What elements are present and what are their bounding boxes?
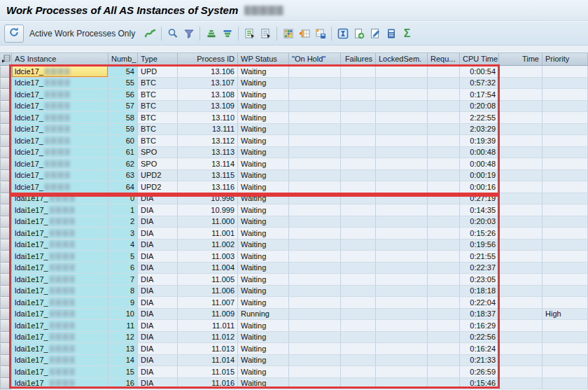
cell-on-hold[interactable] bbox=[289, 309, 341, 321]
cell-type[interactable]: BTC bbox=[138, 124, 178, 136]
cell-numb[interactable]: 57 bbox=[108, 101, 138, 113]
cell-process-id[interactable]: 13.109 bbox=[178, 101, 238, 113]
cell-cpu-time[interactable]: 0:22:37 bbox=[460, 263, 499, 274]
cell-numb[interactable]: 62 bbox=[108, 158, 138, 170]
cell-time[interactable] bbox=[499, 366, 542, 378]
cell-as-instance[interactable]: ldai1e17_ bbox=[12, 366, 108, 378]
cell-type[interactable]: DIA bbox=[138, 366, 178, 378]
save-layout-icon[interactable] bbox=[312, 26, 328, 41]
cell-time[interactable] bbox=[499, 320, 542, 332]
cell-process-id[interactable]: 11.013 bbox=[178, 343, 238, 355]
cell-wp-status[interactable]: Waiting bbox=[238, 274, 289, 286]
cell-requ[interactable] bbox=[428, 251, 460, 263]
column-header-failures[interactable]: Failures bbox=[341, 53, 376, 65]
cell-cpu-time[interactable]: 0:00:19 bbox=[460, 170, 499, 182]
row-selector[interactable] bbox=[0, 228, 12, 239]
cell-cpu-time[interactable]: 0:21:55 bbox=[460, 251, 499, 263]
cell-failures[interactable] bbox=[341, 135, 376, 147]
cell-as-instance[interactable]: ldcie17_ bbox=[12, 170, 108, 182]
cell-as-instance[interactable]: ldcie17_ bbox=[12, 78, 108, 90]
cell-failures[interactable] bbox=[341, 251, 376, 263]
cell-wp-status[interactable]: Waiting bbox=[238, 343, 289, 355]
cell-requ[interactable] bbox=[428, 239, 460, 251]
column-header-process-id[interactable]: Process ID bbox=[178, 53, 238, 65]
row-selector[interactable] bbox=[0, 251, 12, 263]
cell-process-id[interactable]: 13.106 bbox=[178, 66, 238, 78]
cell-process-id[interactable]: 13.115 bbox=[178, 170, 238, 182]
cell-requ[interactable] bbox=[428, 366, 460, 378]
cell-cpu-time[interactable]: 0:00:48 bbox=[460, 158, 499, 170]
row-selector[interactable] bbox=[0, 355, 12, 367]
cell-failures[interactable] bbox=[341, 332, 376, 344]
cell-locked-sem[interactable] bbox=[376, 89, 428, 101]
cell-on-hold[interactable] bbox=[289, 112, 341, 124]
cell-locked-sem[interactable] bbox=[376, 251, 428, 263]
filter-icon[interactable] bbox=[181, 26, 197, 41]
cell-priority[interactable] bbox=[542, 274, 588, 286]
cell-priority[interactable] bbox=[542, 378, 588, 390]
row-selector[interactable] bbox=[0, 204, 12, 216]
cell-process-id[interactable]: 11.001 bbox=[178, 228, 238, 239]
cell-cpu-time[interactable]: 2:03:29 bbox=[460, 124, 499, 136]
cell-process-id[interactable]: 11.006 bbox=[178, 286, 238, 298]
hourglass-icon[interactable] bbox=[335, 26, 351, 41]
cell-requ[interactable] bbox=[428, 101, 460, 113]
cell-on-hold[interactable] bbox=[289, 366, 341, 378]
cell-type[interactable]: DIA bbox=[138, 274, 178, 286]
cell-type[interactable]: DIA bbox=[138, 355, 178, 367]
cell-locked-sem[interactable] bbox=[376, 378, 428, 390]
cell-cpu-time[interactable]: 0:00:48 bbox=[460, 147, 499, 159]
cell-numb[interactable]: 16 bbox=[108, 378, 138, 390]
cell-time[interactable] bbox=[499, 193, 542, 205]
cell-process-id[interactable]: 11.007 bbox=[178, 297, 238, 309]
cell-as-instance[interactable]: ldai1e17_ bbox=[12, 251, 108, 263]
refresh-button[interactable] bbox=[4, 25, 24, 43]
cell-as-instance[interactable]: ldcie17_ bbox=[12, 89, 108, 101]
cell-numb[interactable]: 59 bbox=[108, 124, 138, 136]
row-selector[interactable] bbox=[0, 286, 12, 298]
cell-process-id[interactable]: 11.004 bbox=[178, 263, 238, 274]
column-header-as-instance[interactable]: AS Instance bbox=[12, 53, 108, 65]
cell-type[interactable]: BTC bbox=[138, 78, 178, 90]
cell-failures[interactable] bbox=[341, 158, 376, 170]
cell-locked-sem[interactable] bbox=[376, 193, 428, 205]
cell-time[interactable] bbox=[499, 297, 542, 309]
cell-failures[interactable] bbox=[341, 204, 376, 216]
row-selector[interactable] bbox=[0, 239, 12, 251]
cell-requ[interactable] bbox=[428, 147, 460, 159]
cell-on-hold[interactable] bbox=[289, 193, 341, 205]
cell-requ[interactable] bbox=[428, 170, 460, 182]
cell-time[interactable] bbox=[499, 66, 542, 78]
cell-wp-status[interactable]: Waiting bbox=[238, 320, 289, 332]
cell-on-hold[interactable] bbox=[289, 228, 341, 239]
cell-locked-sem[interactable] bbox=[376, 309, 428, 321]
cell-on-hold[interactable] bbox=[289, 239, 341, 251]
cell-requ[interactable] bbox=[428, 216, 460, 228]
cell-time[interactable] bbox=[499, 228, 542, 239]
cell-type[interactable]: DIA bbox=[138, 251, 178, 263]
row-selector[interactable] bbox=[0, 378, 12, 390]
cell-process-id[interactable]: 11.012 bbox=[178, 332, 238, 344]
row-selector[interactable] bbox=[0, 216, 12, 228]
cell-wp-status[interactable]: Waiting bbox=[238, 193, 289, 205]
cell-cpu-time[interactable]: 0:14:35 bbox=[460, 204, 499, 216]
cell-wp-status[interactable]: Waiting bbox=[238, 170, 289, 182]
row-selector[interactable] bbox=[0, 274, 12, 286]
cell-priority[interactable] bbox=[542, 101, 588, 113]
cell-as-instance[interactable]: ldcie17_ bbox=[12, 124, 108, 136]
cell-locked-sem[interactable] bbox=[376, 181, 428, 193]
cell-wp-status[interactable]: Waiting bbox=[238, 251, 289, 263]
cell-on-hold[interactable] bbox=[289, 101, 341, 113]
row-selector[interactable] bbox=[0, 78, 12, 90]
cell-requ[interactable] bbox=[428, 320, 460, 332]
sort-ascending-icon[interactable] bbox=[203, 26, 219, 41]
cell-process-id[interactable]: 13.107 bbox=[178, 78, 238, 90]
cell-wp-status[interactable]: Waiting bbox=[238, 124, 289, 136]
cell-as-instance[interactable]: ldai1e17_ bbox=[12, 216, 108, 228]
cell-numb[interactable]: 13 bbox=[108, 343, 138, 355]
cell-numb[interactable]: 6 bbox=[108, 263, 138, 274]
cell-failures[interactable] bbox=[341, 147, 376, 159]
cell-type[interactable]: DIA bbox=[138, 204, 178, 216]
cell-process-id[interactable]: 13.113 bbox=[178, 147, 238, 159]
cell-as-instance[interactable]: ldai1e17_ bbox=[12, 228, 108, 239]
